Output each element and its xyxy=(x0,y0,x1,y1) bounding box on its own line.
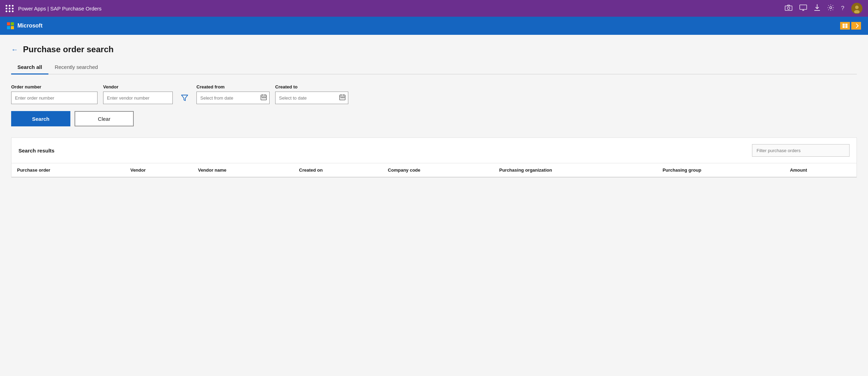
svg-rect-2 xyxy=(800,5,807,9)
order-number-label: Order number xyxy=(11,84,98,89)
results-table: Purchase order Vendor Vendor name Create… xyxy=(11,163,857,177)
download-icon[interactable] xyxy=(814,4,820,13)
order-number-input[interactable] xyxy=(11,92,98,104)
help-icon[interactable]: ? xyxy=(841,5,844,12)
tabs: Search all Recently searched xyxy=(11,61,857,75)
clear-button[interactable]: Clear xyxy=(75,111,134,126)
search-form: Order number Vendor Created from xyxy=(11,84,857,135)
top-nav-bar: Power Apps | SAP Purchase Orders xyxy=(0,0,868,17)
svg-point-6 xyxy=(830,7,832,9)
created-from-wrap xyxy=(196,92,270,104)
results-section: Search results Purchase order Vendor Ven… xyxy=(11,138,857,178)
created-to-input[interactable] xyxy=(275,92,348,104)
svg-rect-11 xyxy=(845,24,847,26)
ms-label: Microsoft xyxy=(17,23,42,29)
created-from-group: Created from xyxy=(196,84,270,104)
created-to-group: Created to xyxy=(275,84,348,104)
col-purchasing-group: Purchasing group xyxy=(657,163,784,177)
ms-squares-icon xyxy=(7,22,14,29)
svg-point-8 xyxy=(855,6,859,9)
tab-search-all[interactable]: Search all xyxy=(11,61,48,75)
ms-app-icon-1[interactable] xyxy=(840,22,850,30)
ms-app-icon-2[interactable] xyxy=(851,22,861,30)
screen-icon[interactable] xyxy=(799,5,807,13)
table-header-row: Purchase order Vendor Vendor name Create… xyxy=(11,163,857,177)
vendor-group: Vendor xyxy=(103,84,173,104)
camera-icon[interactable] xyxy=(785,5,792,13)
microsoft-bar: Microsoft xyxy=(0,17,868,35)
svg-rect-12 xyxy=(843,26,845,28)
tab-recently-searched[interactable]: Recently searched xyxy=(48,61,104,75)
svg-point-1 xyxy=(787,7,790,9)
svg-marker-14 xyxy=(181,95,188,101)
col-purchasing-org: Purchasing organization xyxy=(494,163,657,177)
page-header: ← Purchase order search xyxy=(11,45,857,54)
table-header: Purchase order Vendor Vendor name Create… xyxy=(11,163,857,177)
svg-rect-0 xyxy=(785,6,792,10)
page-title: Purchase order search xyxy=(23,45,114,54)
settings-icon[interactable] xyxy=(827,4,834,13)
vendor-label: Vendor xyxy=(103,84,173,89)
created-to-label: Created to xyxy=(275,84,348,89)
results-header: Search results xyxy=(11,138,857,163)
user-avatar[interactable] xyxy=(851,3,862,14)
svg-rect-10 xyxy=(843,24,845,26)
order-number-group: Order number xyxy=(11,84,98,104)
created-to-wrap xyxy=(275,92,348,104)
col-purchase-order: Purchase order xyxy=(11,163,125,177)
main-content: ← Purchase order search Search all Recen… xyxy=(0,35,868,376)
apps-menu-icon[interactable] xyxy=(6,5,14,12)
col-company-code: Company code xyxy=(382,163,494,177)
vendor-input[interactable] xyxy=(103,92,173,104)
col-amount: Amount xyxy=(784,163,857,177)
svg-rect-13 xyxy=(845,26,847,28)
ms-logo[interactable]: Microsoft xyxy=(7,22,42,29)
ms-bar-right xyxy=(840,22,861,30)
created-from-input[interactable] xyxy=(196,92,270,104)
filter-input-wrap xyxy=(752,144,850,157)
search-button[interactable]: Search xyxy=(11,111,70,126)
back-button[interactable]: ← xyxy=(11,46,18,54)
filter-icon-button[interactable] xyxy=(178,92,191,104)
top-nav-left: Power Apps | SAP Purchase Orders xyxy=(6,5,102,12)
results-title: Search results xyxy=(18,148,54,154)
col-created-on: Created on xyxy=(294,163,382,177)
col-vendor: Vendor xyxy=(125,163,192,177)
col-vendor-name: Vendor name xyxy=(192,163,293,177)
app-title: Power Apps | SAP Purchase Orders xyxy=(18,6,102,11)
form-buttons: Search Clear xyxy=(11,111,857,126)
form-row-inputs: Order number Vendor Created from xyxy=(11,84,857,104)
created-from-label: Created from xyxy=(196,84,270,89)
filter-purchase-orders-input[interactable] xyxy=(752,144,850,157)
top-nav-right: ? xyxy=(785,3,862,14)
